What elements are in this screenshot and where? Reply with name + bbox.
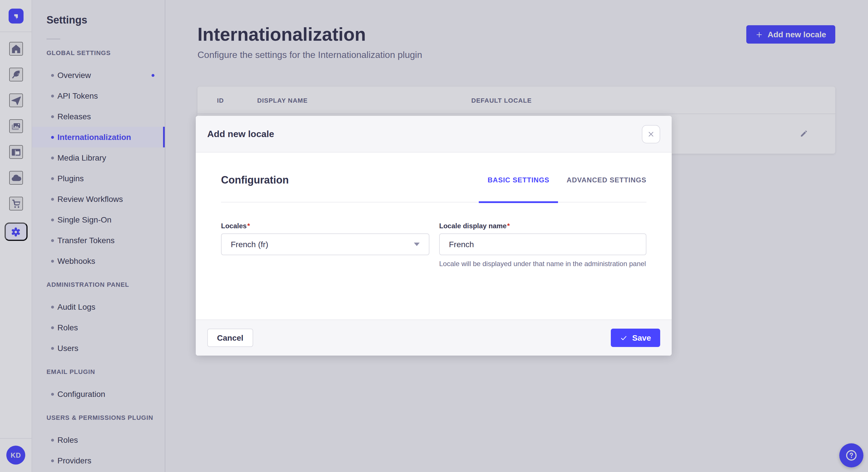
add-locale-modal: Add new locale Configuration BASIC SETTI…	[196, 116, 672, 356]
locale-display-name-label: Locale display name*	[439, 222, 646, 230]
configuration-header-row: Configuration BASIC SETTINGS ADVANCED SE…	[221, 153, 646, 202]
strapi-settings-page: KD Settings GLOBAL SETTINGS Overview API…	[0, 0, 868, 472]
check-icon	[620, 334, 628, 341]
locale-display-name-field: Locale display name* Locale will be disp…	[439, 222, 646, 268]
locales-field: Locales* French (fr)	[221, 222, 429, 268]
close-modal-button[interactable]	[642, 125, 660, 143]
locales-label: Locales*	[221, 222, 429, 230]
tab-advanced-settings[interactable]: ADVANCED SETTINGS	[567, 153, 646, 202]
save-button[interactable]: Save	[611, 329, 660, 347]
save-label: Save	[632, 333, 651, 342]
modal-footer: Cancel Save	[196, 319, 672, 356]
modal-title: Add new locale	[207, 129, 274, 139]
configuration-title: Configuration	[221, 168, 289, 186]
modal-fields-row: Locales* French (fr) Locale display name…	[221, 222, 646, 268]
required-asterisk: *	[247, 222, 250, 230]
cancel-button[interactable]: Cancel	[207, 329, 253, 347]
required-asterisk: *	[507, 222, 510, 230]
locales-label-text: Locales	[221, 222, 247, 230]
locale-display-name-hint: Locale will be displayed under that name…	[439, 259, 646, 268]
tab-basic-settings[interactable]: BASIC SETTINGS	[488, 153, 549, 202]
chevron-down-icon	[414, 243, 420, 246]
locale-display-name-input[interactable]	[439, 233, 646, 255]
modal-header: Add new locale	[196, 116, 672, 153]
locales-select[interactable]: French (fr)	[221, 233, 429, 255]
settings-tabs: BASIC SETTINGS ADVANCED SETTINGS	[488, 153, 646, 202]
locale-display-name-label-text: Locale display name	[439, 222, 507, 230]
close-icon	[648, 131, 654, 137]
locales-select-value: French (fr)	[231, 240, 268, 249]
modal-body: Configuration BASIC SETTINGS ADVANCED SE…	[196, 153, 672, 319]
